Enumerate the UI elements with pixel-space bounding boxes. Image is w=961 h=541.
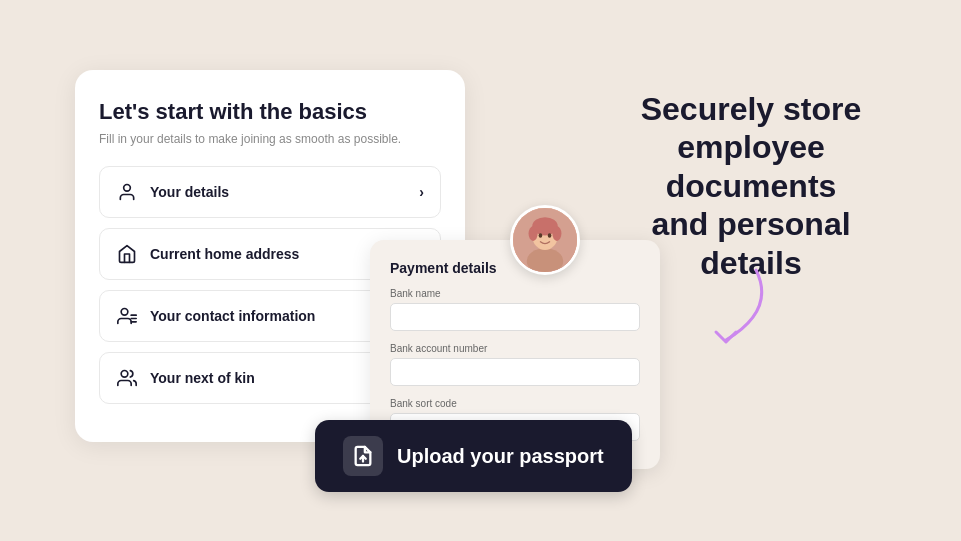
svg-point-12 [539,233,543,238]
chevron-icon: › [419,184,424,200]
card-title: Let's start with the basics [99,98,441,126]
svg-point-1 [121,308,128,315]
svg-point-0 [124,184,131,191]
bank-name-field: Bank name [390,288,640,331]
svg-point-13 [548,233,552,238]
bank-account-label: Bank account number [390,343,640,354]
svg-point-11 [552,226,561,241]
svg-point-5 [121,370,128,377]
bank-account-input[interactable] [390,358,640,386]
contact-icon [116,305,138,327]
menu-item-label-your-details: Your details [150,184,229,200]
upload-passport-button[interactable]: Upload your passport [315,420,632,492]
kin-icon [116,367,138,389]
menu-item-label-home-address: Current home address [150,246,299,262]
sort-code-label: Bank sort code [390,398,640,409]
upload-button-label: Upload your passport [397,445,604,468]
menu-item-left: Your details [116,181,229,203]
svg-point-7 [527,248,564,274]
menu-item-label-next-of-kin: Your next of kin [150,370,255,386]
menu-item-left: Current home address [116,243,299,265]
menu-item-left: Your contact information [116,305,315,327]
menu-item-label-contact-info: Your contact information [150,308,315,324]
birthday-icon [116,181,138,203]
upload-icon [343,436,383,476]
menu-item-left: Your next of kin [116,367,255,389]
svg-point-10 [529,226,538,241]
bank-account-field: Bank account number [390,343,640,386]
home-icon [116,243,138,265]
menu-item-your-details[interactable]: Your details › [99,166,441,218]
bank-name-input[interactable] [390,303,640,331]
avatar-image [513,208,577,272]
card-subtitle: Fill in your details to make joining as … [99,132,441,146]
bank-name-label: Bank name [390,288,640,299]
employee-avatar [510,205,580,275]
decorative-arrow [666,260,786,364]
